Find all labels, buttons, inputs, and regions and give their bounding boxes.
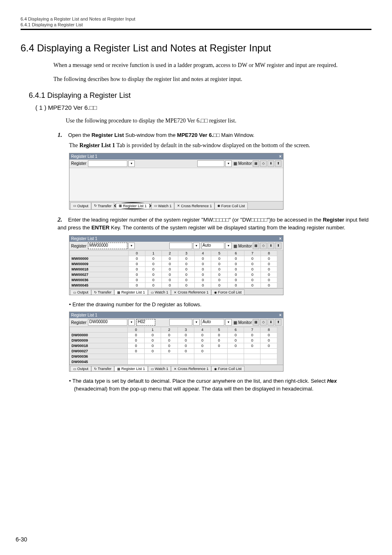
tab-transfer[interactable]: ↻Transfer: [91, 366, 114, 371]
tab-cross-ref[interactable]: ✕Cross Reference 1: [171, 366, 211, 371]
ss2-monitor-label: ▦ Monitor: [233, 244, 252, 248]
tab-watch[interactable]: ▭Watch 1: [151, 202, 175, 209]
tab-cross-ref[interactable]: ✕Cross Reference 1: [171, 289, 211, 295]
ss3-dropdown-2[interactable]: [169, 319, 192, 326]
tab-output[interactable]: ▭Output: [70, 366, 91, 371]
close-icon[interactable]: ×: [279, 154, 281, 159]
ss3-register-input[interactable]: DW00000: [88, 319, 127, 326]
step-2-num: 2.: [58, 215, 67, 224]
ss3-monitor-label: ▦ Monitor: [233, 320, 252, 325]
ss2-title: Register List 1: [71, 236, 97, 241]
coil-icon: ◉: [217, 204, 220, 208]
ss2-register-input[interactable]: MW00000: [88, 243, 127, 249]
ss2-dropdown-2[interactable]: [169, 243, 192, 249]
ss3-grid[interactable]: 012345678DW00000000000000DW0000900000000…: [69, 327, 277, 365]
step-2-text-e: Key. The contents of the system register…: [109, 224, 345, 231]
toolbar-icon[interactable]: ⬆: [275, 319, 281, 326]
toolbar-icon[interactable]: ⬇: [267, 160, 274, 167]
chevron-down-icon[interactable]: ▾: [193, 243, 200, 249]
ss2-titlebar: Register List 1 ×: [69, 236, 283, 242]
chevron-down-icon[interactable]: ▾: [128, 243, 135, 249]
ss3-prog-input[interactable]: H02: [136, 319, 155, 326]
scrollbar[interactable]: [277, 250, 283, 288]
tab-register-list[interactable]: ▦Register List 1: [114, 366, 148, 371]
coil-icon: ◉: [214, 367, 217, 371]
ss3-title: Register List 1: [71, 313, 97, 317]
tab-force-coil[interactable]: ◉Force Coil List: [211, 289, 244, 295]
cross-icon: ✕: [174, 291, 177, 294]
toolbar-icon[interactable]: ⬆: [275, 160, 281, 167]
tab-cross-ref[interactable]: ✕Cross Reference 1: [174, 202, 214, 209]
ss1-title: Register List 1: [71, 154, 97, 159]
subsub-title: ( 1 ) MPE720 Ver 6.□□: [35, 104, 371, 111]
page-number: 6-30: [16, 536, 27, 543]
screenshot-1: Register List 1 × Register ▾ ▾ ▦ Monitor…: [69, 153, 284, 210]
transfer-icon: ↻: [94, 291, 97, 294]
tab-register-list[interactable]: ▦Register List 1: [116, 203, 150, 208]
chevron-down-icon[interactable]: ▾: [128, 319, 135, 326]
ss3-titlebar: Register List 1 ×: [69, 312, 283, 318]
bullet-2-b: Hex: [327, 378, 337, 384]
chevron-down-icon[interactable]: ▾: [225, 243, 232, 249]
running-head-2: 6.4.1 Displaying a Register List: [21, 22, 371, 27]
step-1-text-e: Main Window.: [220, 132, 255, 138]
ss1-titlebar: Register List 1 ×: [69, 153, 283, 160]
toolbar-icon[interactable]: ▦: [253, 160, 259, 167]
ss1-tabs: ▭Output ↻Transfer ▦Register List 1 ▭Watc…: [69, 201, 283, 209]
subsection-title: 6.4.1 Displaying a Register List: [29, 91, 371, 100]
chevron-down-icon[interactable]: ▾: [225, 319, 232, 326]
tab-watch[interactable]: ▭Watch 1: [148, 366, 171, 371]
tab-force-coil[interactable]: ◉Force Coil List: [211, 366, 244, 371]
header-rule: [21, 29, 371, 30]
close-icon[interactable]: ×: [279, 313, 281, 317]
bullet-2-c: (hexadecimal) from the pop-up menu that …: [74, 386, 314, 392]
tab-output[interactable]: ▭Output: [70, 289, 91, 295]
running-head-1: 6.4 Displaying a Register List and Notes…: [21, 16, 371, 21]
tab-transfer[interactable]: ↻Transfer: [91, 289, 114, 295]
chevron-down-icon[interactable]: ▾: [193, 319, 200, 326]
tab-register-list[interactable]: ▦Register List 1: [114, 289, 148, 295]
ss1-register-input[interactable]: [88, 160, 127, 167]
ss3-toolbar: Register DW00000 ▾ H02 ▾ Auto ▾ ▦ Monito…: [69, 318, 283, 327]
toolbar-icon[interactable]: ⬆: [275, 243, 281, 249]
toolbar-icon[interactable]: ⬇: [267, 319, 274, 326]
tab-force-coil[interactable]: ◉Force Coil List: [214, 202, 248, 209]
step-1-text-c: Sub-window from the: [124, 132, 177, 138]
bullet-1: Enter the drawing number for the D regis…: [69, 301, 371, 308]
ss2-tabs: ▭Output ↻Transfer ▦Register List 1 ▭Watc…: [69, 288, 283, 295]
tab-watch[interactable]: ▭Watch 1: [148, 289, 171, 295]
tab-output[interactable]: ▭Output: [70, 202, 91, 209]
folder-icon: ▭: [73, 204, 76, 208]
ss2-toolbar: Register MW00000 ▾ ▾ Auto ▾ ▦ Monitor ▦ …: [69, 242, 283, 250]
toolbar-icon[interactable]: ▦: [253, 243, 259, 249]
toolbar-icon[interactable]: ◇: [260, 243, 267, 249]
chevron-down-icon[interactable]: ▾: [225, 160, 232, 167]
toolbar-icon[interactable]: ◇: [260, 160, 267, 167]
toolbar-icon[interactable]: ◇: [260, 319, 267, 326]
chevron-down-icon[interactable]: ▾: [128, 160, 135, 167]
step-2-text-a: Enter the leading register number of the…: [68, 217, 323, 223]
toolbar-icon[interactable]: ⬇: [267, 243, 274, 249]
ss1-dropdown-2[interactable]: [197, 160, 224, 167]
close-icon[interactable]: ×: [279, 236, 281, 241]
ss2-mode-dropdown[interactable]: Auto: [201, 243, 224, 249]
highlight-ellipse: ▦Register List 1: [114, 202, 151, 209]
folder-icon: ▭: [73, 291, 76, 294]
screenshot-3: Register List 1 × Register DW00000 ▾ H02…: [69, 312, 284, 372]
watch-icon: ▭: [151, 291, 154, 294]
ss1-toolbar: Register ▾ ▾ ▦ Monitor ▦ ◇ ⬇ ⬆: [69, 160, 283, 168]
toolbar-icon[interactable]: ▦: [253, 319, 259, 326]
ss1-register-label: Register: [71, 161, 86, 166]
ss3-mode-dropdown[interactable]: Auto: [201, 319, 224, 326]
ss3-tabs: ▭Output ↻Transfer ▦Register List 1 ▭Watc…: [69, 365, 283, 371]
step-1: 1. Open the Register List Sub-window fro…: [58, 131, 371, 140]
step-1-sub-b: Register List 1: [79, 142, 115, 148]
transfer-icon: ↻: [94, 367, 97, 371]
tab-transfer[interactable]: ↻Transfer: [91, 202, 114, 209]
section-title: 6.4 Displaying a Register List and Notes…: [21, 42, 371, 54]
ss1-blank-area: [69, 168, 283, 201]
step-2: 2. Enter the leading register number of …: [58, 215, 371, 232]
ss2-grid[interactable]: 012345678MW00000000000000MW0000900000000…: [69, 250, 277, 288]
scrollbar[interactable]: [277, 327, 283, 365]
step-2-text-b: Register: [323, 217, 344, 223]
